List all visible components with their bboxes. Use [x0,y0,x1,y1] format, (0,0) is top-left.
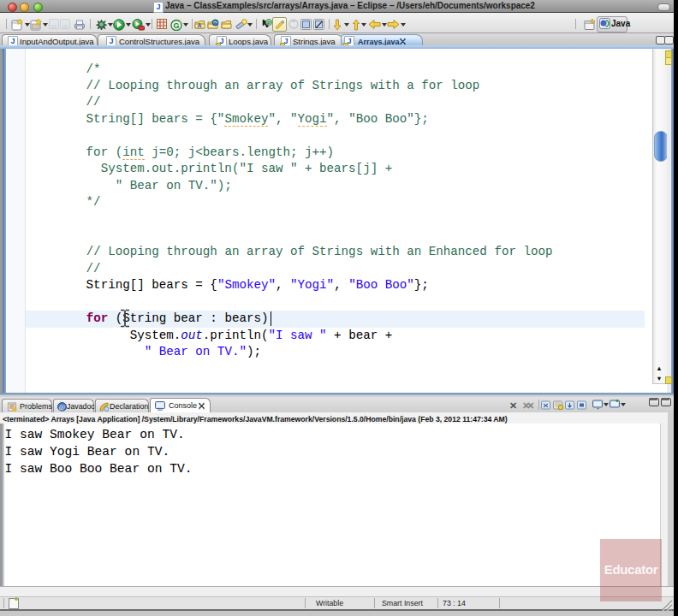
svg-text:G: G [173,21,179,30]
svg-text:P: P [267,21,271,26]
svg-text:A: A [197,22,201,28]
svg-text:@: @ [59,404,65,412]
